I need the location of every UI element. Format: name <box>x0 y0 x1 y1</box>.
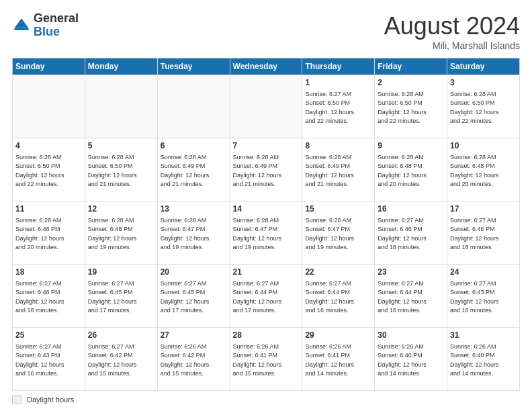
legend-box <box>12 395 21 404</box>
day-info: Sunrise: 6:28 AMSunset: 6:49 PMDaylight:… <box>233 153 300 189</box>
day-info: Sunrise: 6:28 AMSunset: 6:48 PMDaylight:… <box>15 216 82 253</box>
day-number: 17 <box>450 203 517 215</box>
day-info: Sunrise: 6:28 AMSunset: 6:50 PMDaylight:… <box>15 153 82 189</box>
calendar-cell: 18Sunrise: 6:27 AMSunset: 6:46 PMDayligh… <box>13 265 85 328</box>
day-number: 26 <box>88 330 154 341</box>
title-block: August 2024 Mili, Marshall Islands <box>384 12 520 51</box>
calendar-cell: 2Sunrise: 6:28 AMSunset: 6:50 PMDaylight… <box>375 75 447 138</box>
day-number: 16 <box>378 203 444 215</box>
calendar-table: SundayMondayTuesdayWednesdayThursdayFrid… <box>12 58 520 391</box>
calendar-cell: 22Sunrise: 6:27 AMSunset: 6:44 PMDayligh… <box>302 265 375 328</box>
day-info: Sunrise: 6:28 AMSunset: 6:48 PMDaylight:… <box>378 153 444 189</box>
calendar-cell: 3Sunrise: 6:28 AMSunset: 6:50 PMDaylight… <box>447 75 520 138</box>
calendar-header-friday: Friday <box>375 58 447 75</box>
calendar-week-2: 4Sunrise: 6:28 AMSunset: 6:50 PMDaylight… <box>13 138 520 201</box>
calendar-week-1: 1Sunrise: 6:27 AMSunset: 6:50 PMDaylight… <box>13 75 520 138</box>
day-number: 19 <box>88 267 154 278</box>
day-info: Sunrise: 6:28 AMSunset: 6:49 PMDaylight:… <box>305 153 371 189</box>
day-number: 9 <box>378 140 444 152</box>
day-info: Sunrise: 6:28 AMSunset: 6:49 PMDaylight:… <box>161 153 227 189</box>
calendar-week-4: 18Sunrise: 6:27 AMSunset: 6:46 PMDayligh… <box>13 265 520 328</box>
day-number: 5 <box>88 140 154 152</box>
calendar-header-saturday: Saturday <box>447 58 520 75</box>
day-info: Sunrise: 6:28 AMSunset: 6:50 PMDaylight:… <box>378 90 444 126</box>
legend-label: Daylight hours <box>27 396 74 404</box>
calendar-cell: 14Sunrise: 6:28 AMSunset: 6:47 PMDayligh… <box>230 201 302 265</box>
day-number: 13 <box>161 203 227 215</box>
day-info: Sunrise: 6:27 AMSunset: 6:50 PMDaylight:… <box>305 90 371 126</box>
day-info: Sunrise: 6:28 AMSunset: 6:50 PMDaylight:… <box>450 90 517 126</box>
calendar-week-5: 25Sunrise: 6:27 AMSunset: 6:43 PMDayligh… <box>13 328 520 391</box>
calendar-cell: 6Sunrise: 6:28 AMSunset: 6:49 PMDaylight… <box>157 138 230 201</box>
day-number: 15 <box>305 203 371 215</box>
day-number: 25 <box>15 330 82 341</box>
day-number: 24 <box>450 267 517 278</box>
page-header: General Blue August 2024 Mili, Marshall … <box>12 12 520 51</box>
day-info: Sunrise: 6:28 AMSunset: 6:47 PMDaylight:… <box>305 216 371 253</box>
logo-general-text: General <box>34 11 79 25</box>
calendar-cell: 30Sunrise: 6:26 AMSunset: 6:40 PMDayligh… <box>375 328 447 391</box>
calendar-cell: 15Sunrise: 6:28 AMSunset: 6:47 PMDayligh… <box>302 201 375 265</box>
day-number: 4 <box>15 140 82 152</box>
day-info: Sunrise: 6:27 AMSunset: 6:44 PMDaylight:… <box>305 279 371 316</box>
calendar-cell: 26Sunrise: 6:27 AMSunset: 6:42 PMDayligh… <box>85 328 157 391</box>
calendar-header-tuesday: Tuesday <box>157 58 230 75</box>
day-info: Sunrise: 6:27 AMSunset: 6:45 PMDaylight:… <box>161 279 227 316</box>
calendar-cell: 8Sunrise: 6:28 AMSunset: 6:49 PMDaylight… <box>302 138 375 201</box>
logo: General Blue <box>12 12 79 39</box>
day-number: 14 <box>233 203 300 215</box>
day-info: Sunrise: 6:28 AMSunset: 6:48 PMDaylight:… <box>450 153 517 189</box>
calendar-cell: 1Sunrise: 6:27 AMSunset: 6:50 PMDaylight… <box>302 75 375 138</box>
day-number: 23 <box>378 267 444 278</box>
day-number: 12 <box>88 203 154 215</box>
day-number: 30 <box>378 330 444 341</box>
day-number: 1 <box>305 77 371 89</box>
day-number: 31 <box>450 330 517 341</box>
day-info: Sunrise: 6:27 AMSunset: 6:44 PMDaylight:… <box>233 279 300 316</box>
calendar-cell: 27Sunrise: 6:26 AMSunset: 6:42 PMDayligh… <box>157 328 230 391</box>
day-info: Sunrise: 6:27 AMSunset: 6:46 PMDaylight:… <box>450 216 517 253</box>
calendar-cell: 29Sunrise: 6:26 AMSunset: 6:41 PMDayligh… <box>302 328 375 391</box>
calendar-header-monday: Monday <box>85 58 157 75</box>
calendar-header-thursday: Thursday <box>302 58 375 75</box>
calendar-header-wednesday: Wednesday <box>230 58 302 75</box>
day-number: 18 <box>15 267 82 278</box>
day-info: Sunrise: 6:28 AMSunset: 6:47 PMDaylight:… <box>233 216 300 253</box>
calendar-cell: 31Sunrise: 6:26 AMSunset: 6:40 PMDayligh… <box>447 328 520 391</box>
svg-marker-0 <box>15 18 29 28</box>
calendar-cell <box>230 75 302 138</box>
calendar-cell: 21Sunrise: 6:27 AMSunset: 6:44 PMDayligh… <box>230 265 302 328</box>
legend: Daylight hours <box>12 395 520 404</box>
calendar-cell: 5Sunrise: 6:28 AMSunset: 6:50 PMDaylight… <box>85 138 157 201</box>
day-number: 22 <box>305 267 371 278</box>
day-info: Sunrise: 6:26 AMSunset: 6:42 PMDaylight:… <box>161 342 227 379</box>
day-info: Sunrise: 6:28 AMSunset: 6:50 PMDaylight:… <box>88 153 154 189</box>
day-info: Sunrise: 6:27 AMSunset: 6:44 PMDaylight:… <box>378 279 444 316</box>
calendar-cell: 11Sunrise: 6:28 AMSunset: 6:48 PMDayligh… <box>13 201 85 265</box>
day-number: 3 <box>450 77 517 89</box>
calendar-cell <box>13 75 85 138</box>
day-number: 28 <box>233 330 300 341</box>
calendar-cell: 4Sunrise: 6:28 AMSunset: 6:50 PMDaylight… <box>13 138 85 201</box>
calendar-week-3: 11Sunrise: 6:28 AMSunset: 6:48 PMDayligh… <box>13 201 520 265</box>
day-number: 8 <box>305 140 371 152</box>
calendar-cell: 19Sunrise: 6:27 AMSunset: 6:45 PMDayligh… <box>85 265 157 328</box>
calendar-cell <box>85 75 157 138</box>
calendar-cell: 25Sunrise: 6:27 AMSunset: 6:43 PMDayligh… <box>13 328 85 391</box>
day-number: 10 <box>450 140 517 152</box>
day-number: 6 <box>161 140 227 152</box>
calendar-cell: 12Sunrise: 6:28 AMSunset: 6:48 PMDayligh… <box>85 201 157 265</box>
day-number: 21 <box>233 267 300 278</box>
day-number: 7 <box>233 140 300 152</box>
day-info: Sunrise: 6:26 AMSunset: 6:41 PMDaylight:… <box>233 342 300 379</box>
logo-blue-text: Blue <box>34 25 60 38</box>
day-number: 27 <box>161 330 227 341</box>
month-title: August 2024 <box>384 12 520 40</box>
day-info: Sunrise: 6:26 AMSunset: 6:41 PMDaylight:… <box>305 342 371 379</box>
calendar-cell: 23Sunrise: 6:27 AMSunset: 6:44 PMDayligh… <box>375 265 447 328</box>
day-info: Sunrise: 6:27 AMSunset: 6:43 PMDaylight:… <box>450 279 517 316</box>
calendar-cell <box>157 75 230 138</box>
calendar-cell: 13Sunrise: 6:28 AMSunset: 6:47 PMDayligh… <box>157 201 230 265</box>
calendar-header-sunday: Sunday <box>13 58 85 75</box>
calendar-cell: 10Sunrise: 6:28 AMSunset: 6:48 PMDayligh… <box>447 138 520 201</box>
